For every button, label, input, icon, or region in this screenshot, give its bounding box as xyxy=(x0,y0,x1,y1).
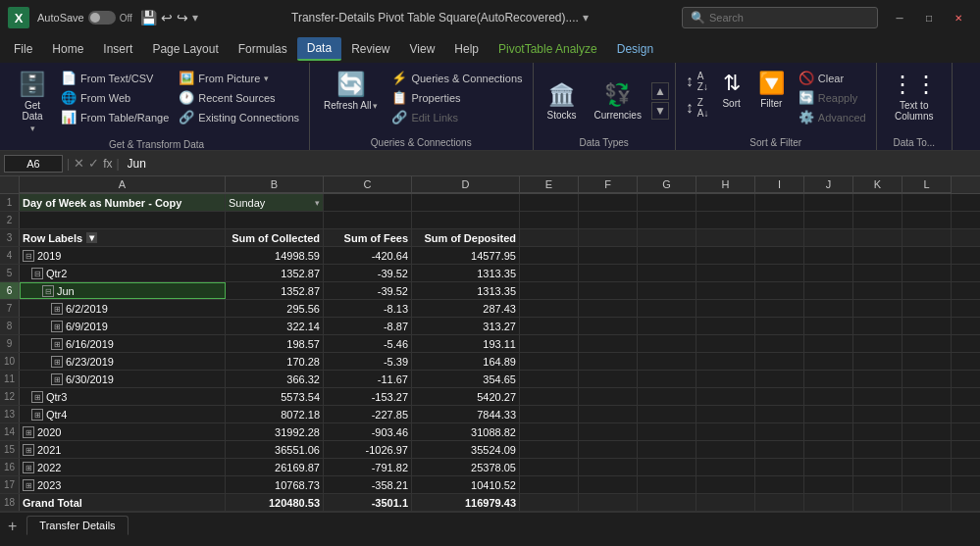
cell-b16[interactable]: 26169.87 xyxy=(226,459,324,475)
sheet-tab-transfer-details[interactable]: Transfer Details xyxy=(26,516,128,535)
cell-a17[interactable]: ⊞2023 xyxy=(20,476,226,493)
cell-h12[interactable] xyxy=(696,388,755,405)
from-text-csv-button[interactable]: 📄 From Text/CSV xyxy=(57,69,173,87)
cell-e13[interactable] xyxy=(520,406,579,422)
cell-i10[interactable] xyxy=(755,353,804,370)
cell-g13[interactable] xyxy=(638,406,696,422)
cell-f1[interactable] xyxy=(579,194,638,211)
cell-l1[interactable] xyxy=(903,194,952,211)
cell-k12[interactable] xyxy=(853,388,903,405)
expand-5-icon[interactable]: ⊟ xyxy=(31,268,43,279)
cell-i7[interactable] xyxy=(755,300,804,317)
cell-a15[interactable]: ⊞2021 xyxy=(20,441,226,458)
search-input[interactable] xyxy=(709,12,847,24)
cell-g2[interactable] xyxy=(638,212,696,228)
cell-c13[interactable]: -227.85 xyxy=(324,406,412,422)
recent-sources-button[interactable]: 🕐 Recent Sources xyxy=(175,88,303,107)
cell-e2[interactable] xyxy=(520,212,579,228)
datatype-down-icon[interactable]: ▼ xyxy=(651,102,669,120)
col-header-g[interactable]: G xyxy=(638,176,696,193)
cell-e5[interactable] xyxy=(520,265,579,281)
cell-e7[interactable] xyxy=(520,300,579,317)
cell-g16[interactable] xyxy=(638,459,696,475)
cell-l18[interactable] xyxy=(903,494,952,511)
cell-k7[interactable] xyxy=(853,300,903,317)
cell-h14[interactable] xyxy=(696,423,755,440)
cell-d3[interactable]: Sum of Deposited xyxy=(412,229,520,246)
cell-e14[interactable] xyxy=(520,423,579,440)
cell-a10[interactable]: ⊞6/23/2019 xyxy=(20,353,226,370)
cell-a5[interactable]: ⊟Qtr2 xyxy=(20,265,226,281)
cell-reference[interactable] xyxy=(4,155,63,173)
cell-a14[interactable]: ⊞2020 xyxy=(20,423,226,440)
text-to-columns-button[interactable]: ⋮⋮ Text toColumns xyxy=(883,67,946,125)
cell-b10[interactable]: 170.28 xyxy=(226,353,324,370)
cell-h4[interactable] xyxy=(696,247,755,264)
queries-connections-button[interactable]: ⚡ Queries & Connections xyxy=(387,69,526,87)
cell-d14[interactable]: 31088.82 xyxy=(412,423,520,440)
col-header-b[interactable]: B xyxy=(226,176,324,193)
cell-c14[interactable]: -903.46 xyxy=(324,423,412,440)
cell-j18[interactable] xyxy=(804,494,853,511)
cell-g4[interactable] xyxy=(638,247,696,264)
cell-d13[interactable]: 7844.33 xyxy=(412,406,520,422)
cell-d10[interactable]: 164.89 xyxy=(412,353,520,370)
cell-j15[interactable] xyxy=(804,441,853,458)
add-sheet-button[interactable]: + xyxy=(4,518,21,535)
cell-k15[interactable] xyxy=(853,441,903,458)
cell-i3[interactable] xyxy=(755,229,804,246)
cell-f12[interactable] xyxy=(579,388,638,405)
cell-f18[interactable] xyxy=(579,494,638,511)
cell-c12[interactable]: -153.27 xyxy=(324,388,412,405)
cell-d4[interactable]: 14577.95 xyxy=(412,247,520,264)
cell-g12[interactable] xyxy=(638,388,696,405)
cell-l3[interactable] xyxy=(903,229,952,246)
expand-4-icon[interactable]: ⊟ xyxy=(23,250,34,262)
cell-f7[interactable] xyxy=(579,300,638,317)
cell-b9[interactable]: 198.57 xyxy=(226,335,324,352)
cell-j13[interactable] xyxy=(804,406,853,422)
edit-links-button[interactable]: 🔗 Edit Links xyxy=(387,108,526,126)
cell-b6[interactable]: 1352.87 xyxy=(226,282,324,299)
cell-f15[interactable] xyxy=(579,441,638,458)
cell-h2[interactable] xyxy=(696,212,755,228)
cell-i1[interactable] xyxy=(755,194,804,211)
cell-c16[interactable]: -791.82 xyxy=(324,459,412,475)
cell-f4[interactable] xyxy=(579,247,638,264)
cell-d8[interactable]: 313.27 xyxy=(412,318,520,334)
cell-g11[interactable] xyxy=(638,371,696,387)
cell-k14[interactable] xyxy=(853,423,903,440)
cell-l17[interactable] xyxy=(903,476,952,493)
cell-j10[interactable] xyxy=(804,353,853,370)
cell-d11[interactable]: 354.65 xyxy=(412,371,520,387)
col-header-a[interactable]: A xyxy=(20,176,226,193)
stocks-button[interactable]: 🏛️ Stocks xyxy=(540,78,585,124)
cell-l14[interactable] xyxy=(903,423,952,440)
cell-f3[interactable] xyxy=(579,229,638,246)
cell-a11[interactable]: ⊞6/30/2019 xyxy=(20,371,226,387)
cell-l9[interactable] xyxy=(903,335,952,352)
cell-d7[interactable]: 287.43 xyxy=(412,300,520,317)
from-picture-button[interactable]: 🖼️ From Picture ▾ xyxy=(175,69,303,87)
cell-g8[interactable] xyxy=(638,318,696,334)
cell-b17[interactable]: 10768.73 xyxy=(226,476,324,493)
col-header-j[interactable]: J xyxy=(804,176,853,193)
cell-b3[interactable]: Sum of Collected xyxy=(226,229,324,246)
cell-c5[interactable]: -39.52 xyxy=(324,265,412,281)
maximize-button[interactable]: □ xyxy=(915,7,943,28)
cell-e4[interactable] xyxy=(520,247,579,264)
cell-l4[interactable] xyxy=(903,247,952,264)
properties-button[interactable]: 📋 Properties xyxy=(387,88,526,107)
sort-az-button[interactable]: ↕ AZ↓ xyxy=(682,69,713,94)
cell-j2[interactable] xyxy=(804,212,853,228)
cell-c17[interactable]: -358.21 xyxy=(324,476,412,493)
cell-i11[interactable] xyxy=(755,371,804,387)
cell-i18[interactable] xyxy=(755,494,804,511)
currencies-button[interactable]: 💱 Currencies xyxy=(587,78,649,124)
expand-17-icon[interactable]: ⊞ xyxy=(23,479,34,491)
formula-input[interactable] xyxy=(124,155,976,173)
menu-review[interactable]: Review xyxy=(341,38,399,60)
cell-c4[interactable]: -420.64 xyxy=(324,247,412,264)
cell-j17[interactable] xyxy=(804,476,853,493)
menu-insert[interactable]: Insert xyxy=(93,38,142,60)
